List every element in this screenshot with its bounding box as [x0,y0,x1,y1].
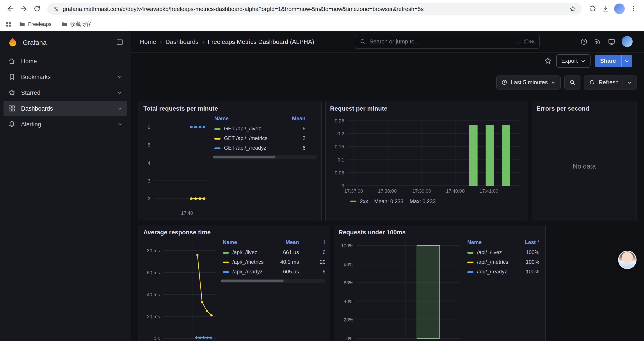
chevron-down-icon[interactable] [116,90,123,96]
legend-row[interactable]: /api/_/readyz 605 µs 620 µs [221,267,325,276]
browser-menu-icon[interactable] [630,5,637,12]
panel-title[interactable]: Requests under 100ms [338,229,541,236]
svg-text:40%: 40% [344,299,353,304]
legend-inline[interactable]: 2xx Mean: 0.233 Max: 0.233 [330,196,523,207]
breadcrumb-home[interactable]: Home [140,38,156,45]
sidebar-item-starred[interactable]: Starred [4,85,127,100]
time-range-picker[interactable]: Last 5 minutes [496,76,561,90]
legend-header-name[interactable]: Name [212,115,284,124]
sidebar-item-dashboards[interactable]: Dashboards [4,101,127,116]
sidebar-collapse-icon[interactable] [116,38,124,46]
average-response-time-chart[interactable]: 0 s20 ms40 ms60 ms80 ms17:40 [143,238,219,341]
panel-title[interactable]: Request per minute [330,105,523,112]
request-per-minute-chart[interactable]: 00.050.10.150.20.2517:37:0017:38:0017:39… [330,115,523,196]
refresh-button[interactable]: Refresh [584,76,637,90]
scrollbar-thumb[interactable] [221,279,284,282]
svg-text:0: 0 [341,183,344,188]
chevron-down-icon[interactable] [116,74,123,80]
svg-text:60 ms: 60 ms [147,270,160,275]
legend-scrollbar[interactable] [212,155,317,159]
panel-title[interactable]: Errors per second [536,105,632,112]
legend: Name Mean GET /api/_/livez 6 [211,115,317,159]
legend-header-mean[interactable]: Mean [284,115,317,124]
series-swatch [214,138,220,139]
share-dropdown-icon[interactable] [621,55,632,67]
export-button[interactable]: Export [556,55,590,68]
panel-title[interactable]: Average response time [143,229,325,236]
screen: grafana.mathmast.com/d/deytv4rwavabkb/fr… [0,0,644,341]
legend-header-name[interactable]: Name [221,238,266,247]
grafana-logo[interactable] [7,37,18,48]
zoom-out-icon [569,79,576,86]
breadcrumb-separator: › [202,38,204,46]
legend-row[interactable]: GET /api/_/readyz 6 [212,143,317,153]
sidebar-item-alerting[interactable]: Alerting [4,117,127,132]
zoom-out-button[interactable] [564,76,581,90]
floating-assistant-avatar[interactable] [618,251,636,269]
reload-icon[interactable] [31,3,43,15]
url-text[interactable]: grafana.mathmast.com/d/deytv4rwavabkb/fr… [63,6,566,12]
panel-average-response-time: Average response time 0 s20 ms40 ms60 ms… [138,225,330,341]
search-input[interactable]: Search or jump to... ⌘+k [355,35,540,49]
breadcrumb: Home › Dashboards › Freeleaps Metrics Da… [140,38,314,46]
download-icon[interactable] [602,5,609,13]
legend-header-last[interactable]: Last * [301,238,325,247]
bookmark-folder-blogs[interactable]: 收藏博客 [58,19,95,29]
legend-row[interactable]: /api/_/metrics 100% [466,257,541,267]
legend-row[interactable]: GET /api/_/livez 6 [212,124,317,133]
browser-profile-avatar[interactable] [614,4,625,14]
dashboard-actions: Export Share [131,53,644,69]
url-bar[interactable]: grafana.mathmast.com/d/deytv4rwavabkb/fr… [47,3,582,15]
svg-text:17:38:00: 17:38:00 [378,188,397,194]
series-swatch [214,128,220,130]
dashboard-content: Last 5 minutes Refresh [131,69,644,341]
time-controls: Last 5 minutes Refresh [138,69,637,90]
brand-name[interactable]: Grafana [23,38,111,46]
bookmark-star-icon[interactable] [569,5,576,13]
legend-row[interactable]: /api/_/readyz 100% [466,267,541,276]
user-avatar[interactable] [622,36,632,47]
help-icon[interactable]: ? [580,38,588,46]
requests-under-100ms-chart[interactable]: 0%20%40%60%80%100%17:40 [338,238,464,341]
breadcrumb-current: Freeleaps Metrics Dashboard (ALPHA) [208,38,314,45]
legend-row[interactable]: /api/_/metrics 40.1 ms 20.5 ms [221,257,325,267]
panel-errors-per-second: Errors per second No data [532,101,637,221]
search-icon [360,38,366,45]
svg-text:40 ms: 40 ms [147,292,160,297]
favorite-star-icon[interactable] [544,57,552,65]
browser-actions [586,4,640,14]
chevron-down-icon[interactable] [116,121,123,127]
legend-row[interactable]: /api/_/livez 661 µs 646 µs [221,247,325,257]
sidebar-item-home[interactable]: Home [4,54,127,69]
site-settings-icon[interactable] [52,6,59,12]
browser-toolbar: grafana.mathmast.com/d/deytv4rwavabkb/fr… [0,0,644,18]
legend-scrollbar[interactable] [221,279,325,283]
legend-row[interactable]: GET /api/_/metrics 2 [212,133,317,143]
breadcrumb-dashboards[interactable]: Dashboards [166,38,198,45]
extensions-icon[interactable] [589,5,596,13]
back-icon[interactable] [4,3,17,15]
svg-text:0.25: 0.25 [335,118,344,124]
series-swatch [223,261,229,263]
legend-header-name[interactable]: Name [466,238,519,247]
panel-title[interactable]: Total requests per minute [143,105,317,112]
bookmark-folder-freeleaps[interactable]: Freeleaps [15,20,55,29]
total-requests-chart[interactable]: 2345617:40 [143,115,211,218]
scrollbar-thumb[interactable] [212,156,275,158]
bookmark-icon [8,73,16,81]
apps-grid-icon[interactable] [5,21,12,28]
legend-row[interactable]: /api/_/livez 100% [466,247,541,257]
legend-header-mean[interactable]: Mean [266,238,301,247]
chevron-down-icon[interactable] [627,80,632,85]
sidebar-item-bookmarks[interactable]: Bookmarks [4,69,127,84]
monitor-icon[interactable] [608,38,616,46]
share-button[interactable]: Share [595,55,632,67]
legend-header-last[interactable]: Last * [519,238,541,247]
svg-text:?: ? [583,40,585,44]
news-rss-icon[interactable] [594,38,602,46]
keyboard-icon [515,38,522,45]
svg-text:17:39:00: 17:39:00 [412,188,431,194]
svg-text:17:37:00: 17:37:00 [344,188,363,194]
chevron-down-icon[interactable] [116,105,123,112]
forward-icon[interactable] [18,3,30,15]
